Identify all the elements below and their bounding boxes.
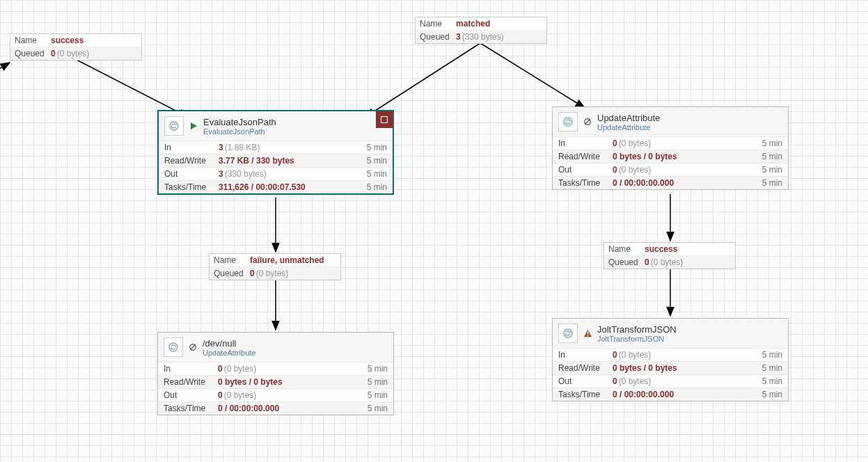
svg-line-18 bbox=[585, 120, 590, 125]
svg-line-23 bbox=[191, 345, 196, 350]
conn-name-value: matched bbox=[456, 19, 490, 29]
conn-queued-label: Queued bbox=[15, 49, 48, 58]
processor-title: UpdateAttribute bbox=[597, 113, 660, 123]
connection-label[interactable]: NamesuccessQueued0(0 bytes) bbox=[10, 33, 142, 61]
svg-point-9 bbox=[170, 122, 178, 130]
processor-header[interactable]: EvaluateJsonPathEvaluateJsonPath bbox=[159, 111, 393, 141]
conn-queued-count: 0 bbox=[51, 49, 56, 58]
svg-point-24 bbox=[564, 329, 572, 337]
svg-rect-13 bbox=[381, 117, 388, 123]
svg-rect-28 bbox=[587, 331, 588, 334]
svg-rect-29 bbox=[587, 335, 588, 335]
svg-point-19 bbox=[169, 343, 177, 351]
conn-name-label: Name bbox=[214, 255, 247, 265]
conn-queued-label: Queued bbox=[214, 269, 247, 278]
processor-stats: In0(0 bytes)5 minRead/Write0 bytes / 0 b… bbox=[158, 362, 393, 415]
svg-marker-11 bbox=[171, 126, 173, 129]
svg-marker-20 bbox=[175, 344, 176, 347]
conn-queued-size: (0 bytes) bbox=[256, 269, 289, 278]
processor-icon bbox=[164, 116, 184, 136]
processor-type: EvaluateJsonPath bbox=[203, 127, 276, 136]
processor-header[interactable]: UpdateAttributeUpdateAttribute bbox=[553, 107, 788, 136]
processor-node[interactable]: JoltTransformJSONJoltTransformJSONIn0(0 … bbox=[552, 318, 789, 401]
svg-line-4 bbox=[480, 43, 585, 108]
processor-header[interactable]: JoltTransformJSONJoltTransformJSON bbox=[553, 319, 788, 348]
processor-title: EvaluateJsonPath bbox=[203, 117, 276, 127]
svg-line-2 bbox=[77, 60, 188, 117]
conn-queued-label: Queued bbox=[420, 32, 453, 42]
svg-marker-12 bbox=[191, 122, 197, 129]
svg-point-14 bbox=[564, 118, 572, 126]
processor-icon bbox=[164, 337, 183, 357]
processor-node[interactable]: UpdateAttributeUpdateAttributeIn0(0 byte… bbox=[552, 106, 789, 190]
processor-node[interactable]: EvaluateJsonPathEvaluateJsonPathIn3(1.88… bbox=[157, 110, 394, 195]
svg-line-1 bbox=[0, 63, 10, 77]
processor-type: UpdateAttribute bbox=[597, 123, 660, 132]
processor-type: JoltTransformJSON bbox=[597, 335, 677, 343]
primary-node-icon bbox=[376, 111, 393, 128]
processor-stats: In0(0 bytes)5 minRead/Write0 bytes / 0 b… bbox=[553, 136, 788, 189]
svg-marker-26 bbox=[565, 333, 567, 336]
processor-stats: In0(0 bytes)5 minRead/Write0 bytes / 0 b… bbox=[553, 348, 788, 401]
processor-header[interactable]: /dev/nullUpdateAttribute bbox=[158, 333, 393, 362]
connection-label[interactable]: Namefailure, unmatchedQueued0(0 bytes) bbox=[209, 253, 341, 280]
processor-type: UpdateAttribute bbox=[203, 349, 255, 357]
svg-marker-25 bbox=[569, 330, 571, 333]
conn-name-label: Name bbox=[608, 244, 642, 254]
processor-title: JoltTransformJSON bbox=[597, 324, 677, 335]
svg-marker-10 bbox=[175, 123, 177, 126]
warning-icon bbox=[583, 329, 593, 338]
conn-queued-size: (0 bytes) bbox=[651, 257, 684, 267]
conn-queued-size: (0 bytes) bbox=[57, 49, 90, 58]
processor-icon bbox=[558, 324, 578, 343]
conn-queued-count: 3 bbox=[456, 32, 461, 42]
conn-name-label: Name bbox=[420, 19, 453, 29]
stopped-icon bbox=[189, 343, 198, 351]
play-icon bbox=[189, 122, 199, 130]
conn-name-value: success bbox=[51, 35, 84, 45]
processor-node[interactable]: /dev/nullUpdateAttributeIn0(0 bytes)5 mi… bbox=[157, 332, 394, 415]
svg-marker-15 bbox=[569, 119, 571, 122]
processor-title: /dev/null bbox=[203, 338, 255, 349]
processor-stats: In3(1.88 KB)5 minRead/Write3.77 KB / 330… bbox=[159, 141, 393, 193]
conn-queued-size: (330 bytes) bbox=[462, 32, 504, 42]
conn-name-value: failure, unmatched bbox=[250, 255, 324, 265]
connection-label[interactable]: NamesuccessQueued0(0 bytes) bbox=[603, 242, 736, 269]
svg-line-3 bbox=[365, 43, 480, 117]
connection-label[interactable]: NamematchedQueued3(330 bytes) bbox=[415, 17, 547, 44]
conn-name-label: Name bbox=[15, 35, 48, 45]
stopped-icon bbox=[583, 118, 593, 126]
conn-queued-count: 0 bbox=[250, 269, 255, 278]
conn-queued-count: 0 bbox=[645, 257, 649, 267]
processor-icon bbox=[558, 112, 578, 132]
conn-name-value: success bbox=[645, 244, 677, 254]
svg-marker-21 bbox=[171, 347, 172, 350]
svg-marker-16 bbox=[565, 122, 567, 125]
conn-queued-label: Queued bbox=[608, 257, 642, 267]
